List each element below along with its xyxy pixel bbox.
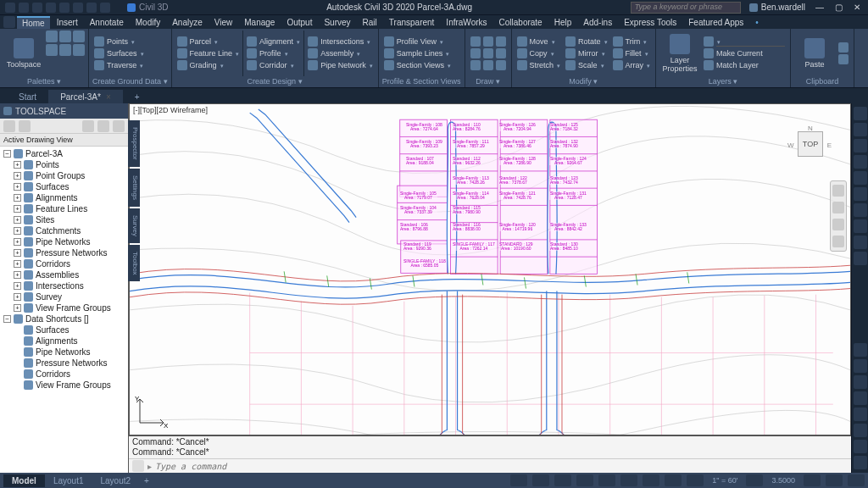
palette-icon[interactable] <box>73 30 85 42</box>
status-scale-value[interactable]: 3.5000 <box>768 476 798 485</box>
tree-item-sites[interactable]: +Sites <box>0 214 128 225</box>
prospector-tree[interactable]: −Parcel-3A+Points+Point Groups+Surfaces+… <box>0 147 128 473</box>
toolspace-tab-survey[interactable]: Survey <box>128 208 140 243</box>
ribbon-tab-manage[interactable]: Manage <box>239 17 280 28</box>
status-lw-icon[interactable] <box>687 474 704 486</box>
trim-button[interactable]: Trim <box>611 36 653 47</box>
viewcube-face[interactable]: TOP <box>798 131 823 157</box>
doc-tab-add[interactable]: + <box>123 90 152 103</box>
palette-icon[interactable] <box>59 44 71 56</box>
nav-orbit-icon[interactable] <box>832 236 844 247</box>
layout-tab-1[interactable]: Layout1 <box>45 474 92 487</box>
ribbon-tab-transparent[interactable]: Transparent <box>384 17 440 28</box>
tree-item-pressure-networks[interactable]: Pressure Networks <box>0 358 128 369</box>
rt-icon[interactable] <box>854 187 867 201</box>
tree-item-assemblies[interactable]: +Assemblies <box>0 269 128 280</box>
palette-icon[interactable] <box>59 30 71 42</box>
assembly-button[interactable]: Assembly <box>306 48 375 58</box>
layer-properties-button[interactable]: Layer Properties <box>659 30 700 76</box>
group-title-draw[interactable]: Draw ▾ <box>469 76 508 86</box>
status-iso-icon[interactable] <box>804 474 821 486</box>
rt-icon[interactable] <box>854 408 867 421</box>
intersections-button[interactable]: Intersections <box>306 36 375 47</box>
ts-tool-icon[interactable] <box>19 120 31 132</box>
layout-tab-add[interactable]: + <box>139 474 154 487</box>
profile-button[interactable]: Profile <box>245 48 302 58</box>
layout-tab-2[interactable]: Layout2 <box>92 474 139 487</box>
rt-icon[interactable] <box>854 155 867 169</box>
corridor-button[interactable]: Corridor <box>245 60 302 70</box>
ribbon-tab-home[interactable]: Home <box>17 16 50 29</box>
rt-icon[interactable] <box>854 424 867 437</box>
ribbon-tab-help[interactable]: Help <box>549 17 577 28</box>
palette-icon[interactable] <box>46 30 58 42</box>
array-button[interactable]: Array <box>611 60 653 70</box>
tree-item-surfaces[interactable]: Surfaces <box>0 324 128 336</box>
doc-tab-active[interactable]: Parcel-3A*× <box>48 90 123 103</box>
parcel-button[interactable]: Parcel <box>175 36 242 47</box>
ts-tool-icon[interactable] <box>97 120 109 132</box>
copy-button[interactable] <box>837 54 850 64</box>
status-gear-icon[interactable] <box>746 474 763 486</box>
qat-redo-icon[interactable] <box>100 3 110 13</box>
ribbon-tab-annotate[interactable]: Annotate <box>85 17 129 28</box>
command-prompt-icon[interactable] <box>132 460 144 472</box>
close-button[interactable]: ✕ <box>851 3 863 12</box>
doc-tab-start[interactable]: Start <box>7 90 48 103</box>
rt-icon[interactable] <box>854 252 867 265</box>
ribbon-tab-survey[interactable]: Survey <box>319 17 355 28</box>
pipe-network-button[interactable]: Pipe Network <box>306 60 375 70</box>
tree-item-alignments[interactable]: +Alignments <box>0 192 128 203</box>
feature-line-button[interactable]: Feature Line <box>175 48 242 58</box>
ribbon-tab-rail[interactable]: Rail <box>358 17 382 28</box>
status-custom-icon[interactable] <box>848 474 865 486</box>
help-search-input[interactable]: Type a keyword or phrase <box>631 2 741 14</box>
nav-wheel-icon[interactable] <box>832 185 844 197</box>
qat-plot-icon[interactable] <box>73 3 83 13</box>
tree-item-corridors[interactable]: Corridors <box>0 369 128 380</box>
fillet-button[interactable]: Fillet <box>611 48 653 58</box>
grading-button[interactable]: Grading <box>175 60 242 70</box>
surfaces-button[interactable]: Surfaces <box>92 48 146 58</box>
rt-icon[interactable] <box>854 203 867 217</box>
tree-item-pressure-networks[interactable]: +Pressure Networks <box>0 247 128 258</box>
ribbon-tab-insert[interactable]: Insert <box>52 17 83 28</box>
points-button[interactable]: Points <box>92 36 146 47</box>
qat-new-icon[interactable] <box>19 3 29 13</box>
ribbon-tab-add-ins[interactable]: Add-ins <box>578 17 617 28</box>
command-input[interactable] <box>155 462 848 471</box>
tree-item-corridors[interactable]: +Corridors <box>0 258 128 269</box>
maximize-button[interactable]: ▢ <box>832 3 844 12</box>
status-model-icon[interactable] <box>510 474 527 486</box>
annotation-scale[interactable]: 1" = 60' <box>709 476 741 485</box>
ucs-icon[interactable]: XY <box>135 394 169 430</box>
group-title-modify[interactable]: Modify ▾ <box>515 76 653 86</box>
toolspace-pin-icon[interactable] <box>3 107 12 115</box>
group-title-layers[interactable]: Layers ▾ <box>659 76 787 86</box>
toolspace-tab-toolbox[interactable]: Toolbox <box>128 245 140 282</box>
section-views-button[interactable]: Section Views <box>382 60 453 70</box>
draw-hatch-button[interactable] <box>469 60 508 70</box>
ribbon-tab-analyze[interactable]: Analyze <box>167 17 208 28</box>
rt-icon[interactable] <box>854 107 867 120</box>
qat-open-icon[interactable] <box>32 3 42 13</box>
copy-button[interactable]: Copy <box>515 48 563 58</box>
traverse-button[interactable]: Traverse <box>92 60 146 70</box>
tree-item-points[interactable]: +Points <box>0 159 128 170</box>
rt-icon[interactable] <box>854 440 867 453</box>
status-ortho-icon[interactable] <box>576 474 593 486</box>
ts-tool-icon[interactable] <box>3 120 15 132</box>
rt-icon[interactable] <box>854 456 867 469</box>
toolspace-tab-prospector[interactable]: Prospector <box>128 120 140 167</box>
status-dynucs-icon[interactable] <box>665 474 682 486</box>
palette-icon[interactable] <box>73 44 85 56</box>
qat-undo-icon[interactable] <box>86 3 97 13</box>
ribbon-tab-modify[interactable]: Modify <box>131 17 165 28</box>
draw-line-button[interactable] <box>469 36 508 47</box>
tree-item-survey[interactable]: +Survey <box>0 291 128 302</box>
alignment-button[interactable]: Alignment <box>245 36 302 47</box>
tree-item-intersections[interactable]: +Intersections <box>0 280 128 291</box>
mirror-button[interactable]: Mirror <box>564 48 609 58</box>
palette-icon[interactable] <box>46 44 58 56</box>
rt-icon[interactable] <box>854 219 867 233</box>
